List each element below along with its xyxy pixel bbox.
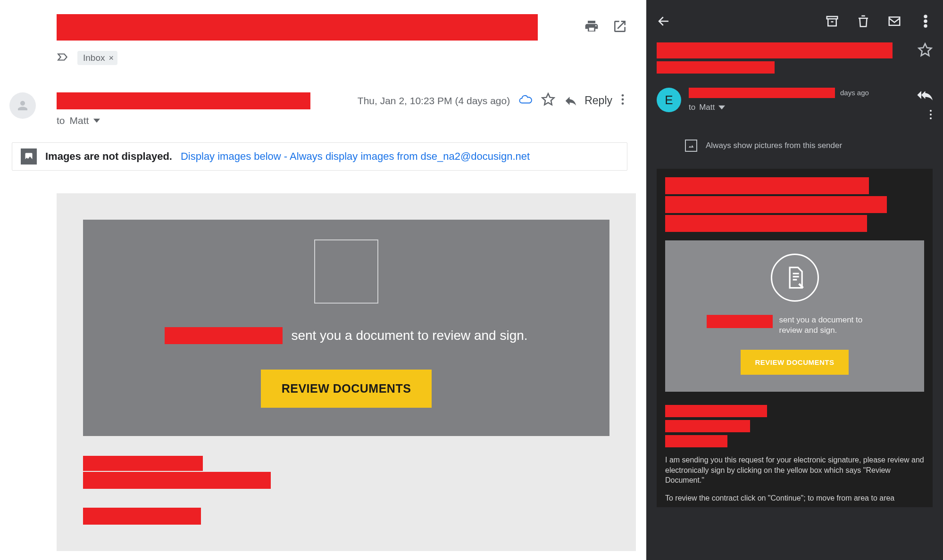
redacted-line bbox=[665, 215, 867, 232]
redacted-line bbox=[665, 177, 869, 194]
mobile-body-paragraph-1: I am sending you this request for your e… bbox=[665, 455, 924, 486]
mobile-sent-you-line: sent you a document to review and sign. bbox=[676, 315, 913, 336]
star-icon[interactable] bbox=[541, 92, 555, 109]
mobile-from-row: E days ago to Matt bbox=[657, 88, 933, 123]
important-marker-icon[interactable] bbox=[57, 51, 69, 65]
message-timestamp: Thu, Jan 2, 10:23 PM (4 days ago) bbox=[358, 95, 510, 107]
print-icon[interactable] bbox=[584, 19, 599, 34]
open-new-window-icon[interactable] bbox=[612, 19, 627, 34]
to-prefix: to bbox=[689, 103, 695, 112]
always-show-pictures-text: Always show pictures from this sender bbox=[706, 141, 842, 150]
body-redacted-lines bbox=[83, 456, 609, 525]
redacted-line bbox=[83, 508, 201, 525]
redacted-line bbox=[665, 196, 887, 213]
svg-rect-4 bbox=[889, 17, 900, 25]
svg-point-8 bbox=[930, 110, 932, 112]
picture-icon bbox=[685, 140, 697, 152]
reply-all-icon[interactable] bbox=[917, 88, 933, 106]
mobile-subject-redacted bbox=[657, 42, 893, 74]
sent-you-line: sent you a document to review and sign. bbox=[83, 327, 609, 344]
sender-name-redacted bbox=[57, 92, 310, 109]
subject-redacted bbox=[57, 14, 538, 41]
sender-avatar: E bbox=[657, 88, 681, 112]
to-name: Matt bbox=[699, 103, 715, 112]
mobile-docusign-card: sent you a document to review and sign. … bbox=[665, 240, 924, 392]
redacted-line bbox=[83, 472, 271, 489]
subject-row bbox=[12, 14, 627, 41]
images-not-displayed-bar: Images are not displayed. Display images… bbox=[12, 142, 627, 171]
mobile-subject-row bbox=[657, 42, 933, 74]
to-name: Matt bbox=[70, 115, 89, 126]
svg-rect-3 bbox=[827, 16, 838, 19]
header-meta: Thu, Jan 2, 10:23 PM (4 days ago) Reply bbox=[358, 92, 625, 109]
mobile-header-actions bbox=[917, 88, 933, 123]
desktop-gmail-pane: Inbox × to Matt Thu, Jan 2, 10:23 PM (4 … bbox=[0, 0, 646, 560]
review-documents-button[interactable]: REVIEW DOCUMENTS bbox=[741, 350, 848, 375]
mobile-email-body: sent you a document to review and sign. … bbox=[657, 169, 933, 507]
archive-icon[interactable] bbox=[825, 14, 839, 28]
more-menu-icon[interactable] bbox=[621, 93, 625, 108]
svg-point-7 bbox=[925, 25, 927, 27]
sent-you-text: sent you a document to review and sign. bbox=[779, 315, 883, 336]
display-images-link[interactable]: Display images below - Always display im… bbox=[181, 150, 530, 163]
reply-button[interactable]: Reply bbox=[564, 94, 612, 108]
to-prefix: to bbox=[57, 115, 65, 126]
labels-row: Inbox × bbox=[12, 51, 627, 65]
more-menu-icon[interactable] bbox=[918, 14, 933, 28]
message-header: to Matt Thu, Jan 2, 10:23 PM (4 days ago… bbox=[12, 92, 627, 126]
sent-you-text: sent you a document to review and sign. bbox=[291, 328, 527, 343]
mobile-toolbar bbox=[657, 8, 933, 34]
mobile-from-col: days ago to Matt bbox=[689, 88, 909, 112]
mobile-sender-redacted bbox=[689, 88, 835, 98]
recipient-line[interactable]: to Matt bbox=[57, 115, 358, 126]
email-body: sent you a document to review and sign. … bbox=[57, 193, 636, 551]
inbox-chip-label: Inbox bbox=[83, 53, 105, 63]
sent-sender-redacted bbox=[165, 327, 283, 344]
images-bar-bold: Images are not displayed. bbox=[45, 150, 172, 163]
more-menu-icon[interactable] bbox=[929, 109, 933, 123]
sender-column: to Matt bbox=[57, 92, 358, 126]
delete-icon[interactable] bbox=[856, 14, 870, 28]
review-documents-button[interactable]: REVIEW DOCUMENTS bbox=[261, 370, 432, 408]
mark-unread-icon[interactable] bbox=[887, 14, 901, 28]
mobile-body-paragraph-2: To review the contract click on "Continu… bbox=[665, 493, 924, 503]
inbox-chip[interactable]: Inbox × bbox=[77, 51, 117, 65]
svg-point-1 bbox=[622, 99, 624, 101]
recipient-expand-icon[interactable] bbox=[93, 115, 100, 126]
svg-point-2 bbox=[622, 102, 624, 105]
svg-point-5 bbox=[925, 16, 927, 18]
redacted-line bbox=[665, 420, 750, 432]
inbox-chip-remove-icon[interactable]: × bbox=[108, 53, 114, 63]
svg-point-0 bbox=[622, 94, 624, 97]
svg-point-6 bbox=[925, 20, 927, 23]
svg-point-10 bbox=[930, 117, 932, 119]
svg-point-9 bbox=[930, 114, 932, 115]
mobile-body-redacted: I am sending you this request for your e… bbox=[665, 405, 924, 507]
star-icon[interactable] bbox=[918, 42, 933, 60]
mobile-recipient-line[interactable]: to Matt bbox=[689, 103, 909, 112]
sender-avatar bbox=[9, 92, 36, 119]
mobile-days-ago: days ago bbox=[840, 89, 869, 97]
redacted-line bbox=[83, 456, 203, 471]
placeholder-image-box bbox=[314, 239, 378, 304]
reply-label: Reply bbox=[584, 94, 612, 107]
document-sign-icon bbox=[771, 254, 819, 302]
always-show-pictures-link[interactable]: Always show pictures from this sender bbox=[685, 140, 933, 152]
redacted-line bbox=[665, 405, 767, 417]
image-placeholder-icon bbox=[21, 148, 37, 165]
subject-actions bbox=[584, 14, 627, 34]
avatar-initial: E bbox=[665, 93, 673, 107]
redacted-line bbox=[665, 435, 727, 447]
back-icon[interactable] bbox=[657, 14, 671, 28]
mobile-gmail-pane: E days ago to Matt Always show bbox=[646, 0, 943, 560]
docusign-card: sent you a document to review and sign. … bbox=[83, 220, 609, 436]
sent-sender-redacted bbox=[707, 315, 773, 328]
attachment-cloud-icon[interactable] bbox=[518, 92, 533, 109]
